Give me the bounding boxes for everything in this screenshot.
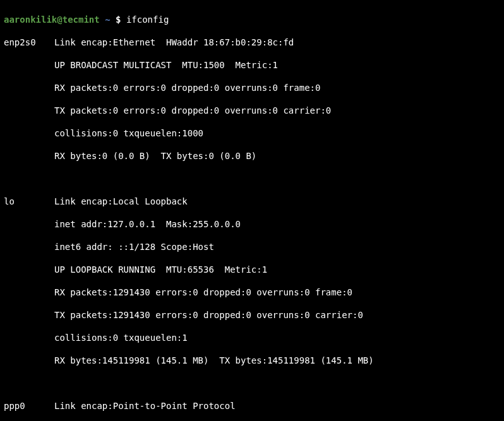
blank-line	[4, 173, 500, 184]
output-text: RX bytes:0 (0.0 B) TX bytes:0 (0.0 B)	[4, 150, 500, 162]
command-text: ifconfig	[126, 15, 169, 25]
output-text: Link encap:Local Loopback	[54, 196, 188, 206]
output-text: inet6 addr: ::1/128 Scope:Host	[4, 241, 500, 252]
output-text: TX packets:0 errors:0 dropped:0 overruns…	[4, 105, 500, 116]
output-text: collisions:0 txqueuelen:1	[4, 332, 500, 343]
output-text: RX packets:0 errors:0 dropped:0 overruns…	[4, 82, 500, 93]
prompt-line-1: aaronkilik@tecmint ~ $ ifconfig	[4, 14, 500, 25]
output-text: inet addr:127.0.0.1 Mask:255.0.0.0	[4, 218, 500, 230]
output-text: Link encap:Ethernet HWaddr 18:67:b0:29:8…	[54, 37, 294, 47]
iface-name: ppp0	[4, 400, 54, 412]
prompt-path: ~	[105, 15, 110, 25]
terminal-window[interactable]: aaronkilik@tecmint ~ $ ifconfig enp2s0Li…	[0, 0, 504, 421]
output-text: RX packets:1291430 errors:0 dropped:0 ov…	[4, 287, 500, 298]
iface-enp2s0-header: enp2s0Link encap:Ethernet HWaddr 18:67:b…	[4, 37, 500, 48]
prompt-symbol: $	[116, 15, 121, 25]
output-text: Link encap:Point-to-Point Protocol	[54, 401, 236, 411]
output-text: RX bytes:145119981 (145.1 MB) TX bytes:1…	[4, 355, 500, 366]
output-text: UP LOOPBACK RUNNING MTU:65536 Metric:1	[4, 264, 500, 275]
iface-name: enp2s0	[4, 37, 54, 48]
output-text: UP BROADCAST MULTICAST MTU:1500 Metric:1	[4, 59, 500, 71]
output-text: TX packets:1291430 errors:0 dropped:0 ov…	[4, 309, 500, 321]
iface-ppp0-header: ppp0Link encap:Point-to-Point Protocol	[4, 400, 500, 412]
output-text: collisions:0 txqueuelen:1000	[4, 127, 500, 139]
prompt-user: aaronkilik@tecmint	[4, 15, 100, 25]
iface-lo-header: loLink encap:Local Loopback	[4, 196, 500, 207]
iface-name: lo	[4, 196, 54, 207]
blank-line	[4, 377, 500, 389]
